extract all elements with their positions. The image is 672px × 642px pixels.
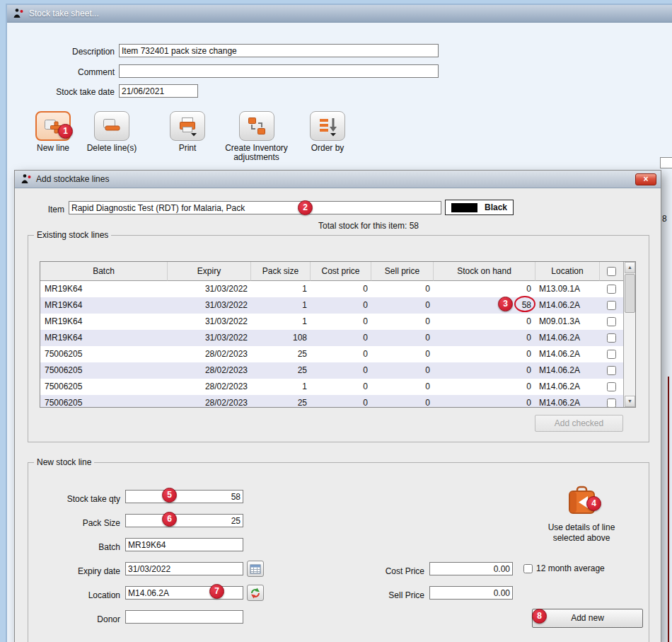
cell-sell-price: 0: [371, 281, 434, 297]
dialog-titlebar: Add stocktake lines: [15, 171, 661, 188]
row-checkbox[interactable]: [607, 350, 616, 359]
row-checkbox[interactable]: [607, 399, 616, 408]
dialog-icon: [21, 173, 32, 185]
cell-location: M14.06.2A: [535, 395, 600, 408]
pack-size-input[interactable]: [125, 514, 243, 527]
expiry-date-input[interactable]: [125, 562, 243, 575]
print-label: Print: [166, 144, 209, 153]
create-inventory-adjustments-button[interactable]: Create Inventory adjustments: [216, 111, 297, 162]
location-input[interactable]: [125, 586, 243, 600]
table-row[interactable]: 75006205 28/02/2023 1 0 0 0 M14.06.2A: [40, 379, 623, 395]
add-new-button[interactable]: Add new: [532, 609, 643, 628]
cell-batch: MR19K64: [40, 330, 168, 346]
new-stock-line-group: New stock line Stock take qty Pack Size …: [28, 462, 649, 642]
cell-stock-on-hand: 0: [434, 314, 535, 330]
cell-expiry: 31/03/2022: [168, 330, 251, 346]
add-checked-button[interactable]: Add checked: [535, 415, 623, 432]
print-button[interactable]: Print: [166, 111, 209, 153]
cost-price-input[interactable]: [429, 562, 513, 575]
expiry-date-label: Expiry date: [35, 565, 120, 578]
existing-stock-lines-group: Existing stock lines Batch Expiry Pack s…: [28, 235, 649, 442]
row-checkbox[interactable]: [607, 317, 616, 326]
cell-location: M14.06.2A: [535, 362, 600, 379]
existing-stock-lines-group-label: Existing stock lines: [34, 230, 111, 241]
column-header-sell-price[interactable]: Sell price: [371, 262, 434, 281]
comment-label: Comment: [60, 66, 115, 79]
cell-expiry: 28/02/2023: [168, 395, 251, 408]
column-header-stock-on-hand[interactable]: Stock on hand: [434, 262, 535, 281]
sell-price-label: Sell Price: [350, 589, 424, 602]
column-header-batch[interactable]: Batch: [40, 262, 168, 281]
cell-location: M13.09.1A: [535, 281, 600, 297]
description-input[interactable]: [119, 44, 439, 57]
cell-pack-size: 25: [251, 346, 311, 362]
cell-batch: 75006205: [40, 395, 168, 408]
column-header-cost-price[interactable]: Cost price: [311, 262, 371, 281]
table-scrollbar[interactable]: ▲ ▼: [623, 262, 635, 407]
order-by-icon: [310, 111, 345, 141]
cell-batch: MR19K64: [40, 281, 168, 297]
cell-sell-price: 0: [371, 346, 434, 362]
row-checkbox[interactable]: [607, 382, 616, 391]
order-by-button[interactable]: Order by: [303, 111, 352, 153]
column-header-location[interactable]: Location: [535, 262, 600, 281]
app-icon: [13, 8, 24, 19]
stock-take-date-input[interactable]: [119, 84, 198, 98]
twelve-month-average-checkbox[interactable]: [523, 564, 533, 573]
stock-take-qty-label: Stock take qty: [35, 493, 120, 506]
calendar-button[interactable]: [247, 561, 264, 577]
row-checkbox[interactable]: [607, 366, 616, 375]
header-checkbox[interactable]: [607, 267, 616, 276]
refresh-location-button[interactable]: [247, 585, 264, 601]
annotation-badge-1: 1: [58, 124, 73, 139]
location-label: Location: [35, 589, 120, 602]
background-text-fragment: 8: [662, 214, 667, 224]
cell-cost-price: 0: [311, 362, 371, 379]
cell-cost-price: 0: [311, 314, 371, 330]
table-row[interactable]: MR19K64 31/03/2022 1 0 0 0 M13.09.1A: [40, 281, 623, 297]
table-row[interactable]: 75006205 28/02/2023 25 0 0 0 M14.06.2A: [40, 395, 623, 408]
cell-stock-on-hand: 0: [434, 362, 535, 379]
close-button[interactable]: ×: [635, 173, 656, 185]
batch-input[interactable]: [125, 538, 243, 551]
cell-pack-size: 25: [251, 362, 311, 379]
cell-pack-size: 1: [251, 379, 311, 395]
cell-stock-on-hand: 0: [434, 346, 535, 362]
column-header-pack-size[interactable]: Pack size: [251, 262, 311, 281]
scroll-thumb[interactable]: [625, 274, 635, 313]
row-checkbox[interactable]: [607, 301, 616, 310]
color-swatch: [451, 203, 477, 212]
color-button[interactable]: Black: [445, 200, 514, 215]
column-header-expiry[interactable]: Expiry: [168, 262, 251, 281]
scroll-down-button[interactable]: ▼: [625, 396, 635, 407]
cell-stock-on-hand: 0: [434, 281, 535, 297]
row-checkbox[interactable]: [607, 285, 616, 294]
table-row[interactable]: MR19K64 31/03/2022 1 0 0 58 M14.06.2A: [40, 297, 623, 314]
cell-batch: 75006205: [40, 362, 168, 379]
cell-pack-size: 108: [251, 330, 311, 346]
table-row[interactable]: MR19K64 31/03/2022 108 0 0 0 M14.06.2A: [40, 330, 623, 346]
annotation-badge-8: 8: [532, 609, 547, 624]
table-row[interactable]: MR19K64 31/03/2022 1 0 0 0 M09.01.3A: [40, 314, 623, 330]
item-input[interactable]: [69, 201, 441, 214]
annotation-badge-2: 2: [298, 200, 313, 215]
table-row[interactable]: 75006205 28/02/2023 25 0 0 0 M14.06.2A: [40, 346, 623, 362]
scroll-up-button[interactable]: ▲: [625, 262, 635, 273]
cell-cost-price: 0: [311, 346, 371, 362]
delete-lines-button[interactable]: Delete line(s): [83, 111, 140, 153]
cell-sell-price: 0: [371, 314, 434, 330]
row-checkbox[interactable]: [607, 333, 616, 343]
annotation-badge-7: 7: [209, 584, 224, 599]
comment-input[interactable]: [119, 64, 439, 78]
refresh-icon: [250, 587, 261, 599]
cell-expiry: 28/02/2023: [168, 346, 251, 362]
annotation-badge-4: 4: [586, 496, 601, 511]
cell-location: M09.01.3A: [535, 314, 600, 330]
stock-take-qty-input[interactable]: [125, 490, 243, 503]
use-details-button[interactable]: Use details of line selected above: [511, 485, 652, 544]
new-line-label: New line: [28, 144, 78, 153]
sell-price-input[interactable]: [429, 586, 513, 600]
table-row[interactable]: 75006205 28/02/2023 25 0 0 0 M14.06.2A: [40, 362, 623, 379]
donor-input[interactable]: [125, 610, 243, 624]
cell-expiry: 28/02/2023: [168, 362, 251, 379]
